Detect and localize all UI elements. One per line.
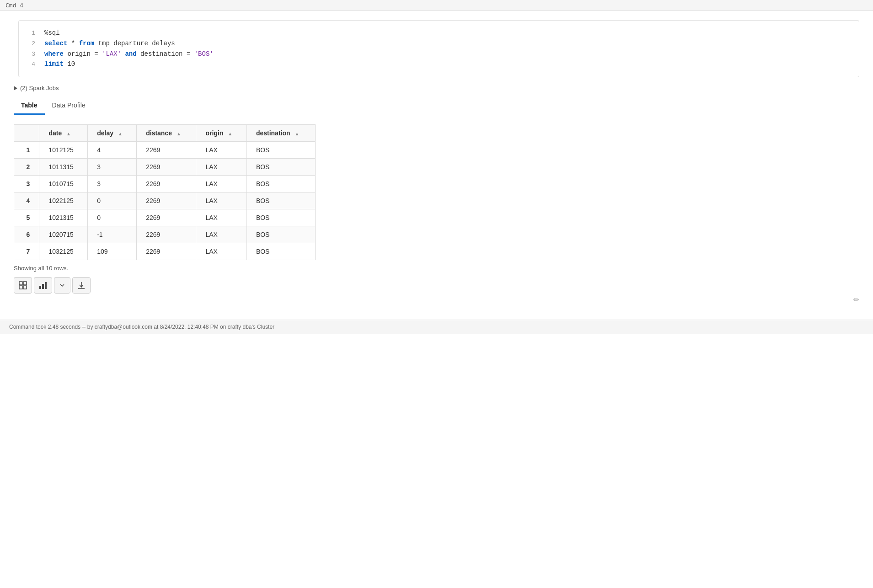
expand-icon <box>14 86 17 91</box>
row-num: 3 <box>14 176 39 192</box>
notebook-cell: 1 %sql 2 select * from tmp_departure_del… <box>0 11 873 77</box>
svg-rect-0 <box>19 282 22 285</box>
cell-distance: 2269 <box>137 159 196 176</box>
cell-origin: LAX <box>196 243 246 260</box>
toolbar-buttons <box>14 277 859 294</box>
sort-delay-icon: ▲ <box>118 131 123 136</box>
code-magic: %sql <box>44 28 850 38</box>
cell-date: 1021315 <box>39 209 88 226</box>
header-date[interactable]: date ▲ <box>39 125 88 142</box>
cell-destination: BOS <box>246 226 315 243</box>
svg-rect-2 <box>19 286 22 289</box>
svg-rect-1 <box>23 282 27 285</box>
table-row: 2 1011315 3 2269 LAX BOS <box>14 159 316 176</box>
line-num-2: 2 <box>28 39 35 49</box>
code-sql-select: select * from tmp_departure_delays <box>44 38 850 48</box>
tab-data-profile-label: Data Profile <box>52 102 86 109</box>
cell-delay: 109 <box>88 243 137 260</box>
tab-table[interactable]: Table <box>14 97 45 115</box>
cell-distance: 2269 <box>137 192 196 209</box>
cell-date: 1012125 <box>39 142 88 159</box>
row-num: 5 <box>14 209 39 226</box>
footer-bar: Command took 2.48 seconds -- by craftydb… <box>0 320 873 334</box>
cmd-bar: Cmd 4 <box>0 0 873 11</box>
cell-delay: -1 <box>88 226 137 243</box>
code-block[interactable]: 1 %sql 2 select * from tmp_departure_del… <box>18 20 859 77</box>
data-table: date ▲ delay ▲ distance ▲ origin ▲ desti… <box>14 124 316 260</box>
table-section: date ▲ delay ▲ distance ▲ origin ▲ desti… <box>0 115 873 315</box>
table-row: 1 1012125 4 2269 LAX BOS <box>14 142 316 159</box>
row-num: 4 <box>14 192 39 209</box>
sort-distance-icon: ▲ <box>177 131 181 136</box>
row-num: 1 <box>14 142 39 159</box>
row-num: 7 <box>14 243 39 260</box>
sort-date-icon: ▲ <box>66 131 71 136</box>
cell-destination: BOS <box>246 142 315 159</box>
table-row: 5 1021315 0 2269 LAX BOS <box>14 209 316 226</box>
svg-rect-6 <box>45 282 47 289</box>
cell-delay: 3 <box>88 176 137 192</box>
cell-origin: LAX <box>196 176 246 192</box>
row-num: 2 <box>14 159 39 176</box>
cell-origin: LAX <box>196 192 246 209</box>
tabs-container: Table Data Profile <box>0 97 873 115</box>
download-button[interactable] <box>72 277 91 294</box>
spark-jobs-section[interactable]: (2) Spark Jobs <box>0 77 873 95</box>
row-num: 6 <box>14 226 39 243</box>
cell-distance: 2269 <box>137 226 196 243</box>
table-header-row: date ▲ delay ▲ distance ▲ origin ▲ desti… <box>14 125 316 142</box>
cell-distance: 2269 <box>137 209 196 226</box>
table-row: 4 1022125 0 2269 LAX BOS <box>14 192 316 209</box>
cell-distance: 2269 <box>137 176 196 192</box>
cell-distance: 2269 <box>137 142 196 159</box>
code-line-4: 4 limit 10 <box>28 59 850 69</box>
table-view-button[interactable] <box>14 277 32 294</box>
cell-origin: LAX <box>196 226 246 243</box>
header-distance[interactable]: distance ▲ <box>137 125 196 142</box>
cell-delay: 0 <box>88 209 137 226</box>
cell-date: 1020715 <box>39 226 88 243</box>
cell-origin: LAX <box>196 209 246 226</box>
showing-rows-label: Showing all 10 rows. <box>14 265 859 272</box>
chart-type-dropdown[interactable] <box>54 277 70 294</box>
header-delay[interactable]: delay ▲ <box>88 125 137 142</box>
cell-destination: BOS <box>246 192 315 209</box>
table-row: 6 1020715 -1 2269 LAX BOS <box>14 226 316 243</box>
tab-table-label: Table <box>21 102 37 109</box>
chart-button[interactable] <box>34 277 52 294</box>
cell-date: 1022125 <box>39 192 88 209</box>
header-row-num <box>14 125 39 142</box>
cell-delay: 4 <box>88 142 137 159</box>
svg-rect-4 <box>39 286 41 289</box>
cmd-label: Cmd 4 <box>5 2 23 9</box>
code-line-1: 1 %sql <box>28 28 850 38</box>
sort-destination-icon: ▲ <box>295 131 299 136</box>
line-num-1: 1 <box>28 29 35 38</box>
table-row: 7 1032125 109 2269 LAX BOS <box>14 243 316 260</box>
code-line-2: 2 select * from tmp_departure_delays <box>28 38 850 49</box>
cell-destination: BOS <box>246 243 315 260</box>
sort-origin-icon: ▲ <box>228 131 232 136</box>
cell-delay: 3 <box>88 159 137 176</box>
header-origin[interactable]: origin ▲ <box>196 125 246 142</box>
cell-date: 1010715 <box>39 176 88 192</box>
footer-text: Command took 2.48 seconds -- by craftydb… <box>9 324 274 330</box>
pencil-icon: ✏ <box>853 295 859 304</box>
cell-destination: BOS <box>246 159 315 176</box>
line-num-3: 3 <box>28 50 35 59</box>
code-sql-where: where origin = 'LAX' and destination = '… <box>44 49 850 59</box>
edit-icon-area: ✏ <box>14 294 859 306</box>
cell-date: 1011315 <box>39 159 88 176</box>
code-line-3: 3 where origin = 'LAX' and destination =… <box>28 49 850 59</box>
line-num-4: 4 <box>28 60 35 69</box>
cell-destination: BOS <box>246 209 315 226</box>
header-destination[interactable]: destination ▲ <box>246 125 315 142</box>
tab-data-profile[interactable]: Data Profile <box>45 97 93 115</box>
cell-origin: LAX <box>196 142 246 159</box>
cell-distance: 2269 <box>137 243 196 260</box>
table-row: 3 1010715 3 2269 LAX BOS <box>14 176 316 192</box>
cell-destination: BOS <box>246 176 315 192</box>
svg-rect-5 <box>42 284 44 289</box>
svg-rect-3 <box>23 286 27 289</box>
cell-origin: LAX <box>196 159 246 176</box>
